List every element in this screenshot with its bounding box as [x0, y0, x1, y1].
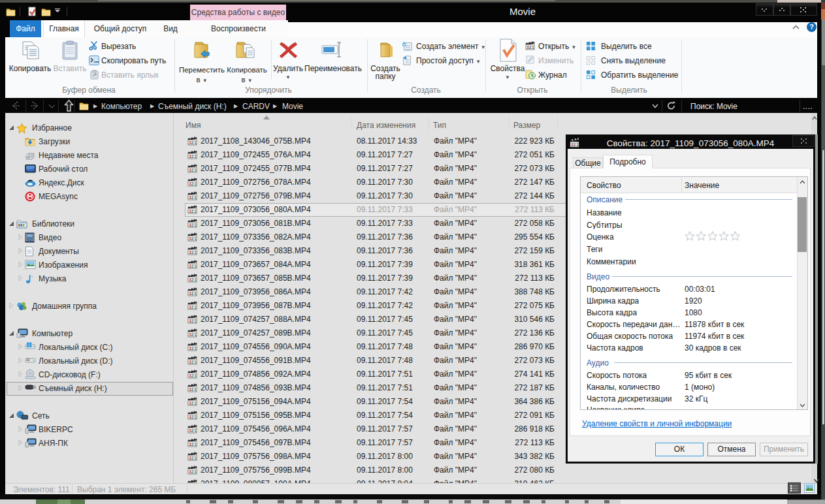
- svg-text:1: 1: [194, 469, 197, 474]
- svg-text:1: 1: [194, 209, 197, 213]
- svg-text:1: 1: [194, 305, 197, 309]
- svg-text:1: 1: [194, 332, 197, 337]
- svg-text:1: 1: [194, 319, 197, 323]
- svg-text:1: 1: [194, 428, 197, 433]
- svg-text:1: 1: [194, 223, 197, 227]
- svg-text:1: 1: [532, 45, 534, 50]
- svg-text:1: 1: [194, 277, 197, 282]
- svg-text:1: 1: [194, 140, 197, 145]
- svg-text:1: 1: [194, 264, 197, 268]
- svg-text:1: 1: [194, 181, 197, 186]
- svg-text:1: 1: [194, 373, 197, 378]
- svg-text:1: 1: [194, 154, 197, 159]
- svg-text:1: 1: [194, 360, 197, 364]
- svg-text:1: 1: [194, 442, 197, 447]
- svg-text:1: 1: [194, 250, 197, 255]
- svg-text:1: 1: [194, 415, 197, 419]
- svg-text:1: 1: [194, 456, 197, 460]
- svg-text:1: 1: [194, 346, 197, 351]
- svg-text:1: 1: [194, 236, 197, 241]
- svg-text:1: 1: [194, 291, 197, 296]
- svg-text:1: 1: [194, 195, 197, 200]
- svg-text:1: 1: [194, 168, 197, 172]
- svg-text:1: 1: [576, 142, 579, 147]
- svg-text:1: 1: [194, 387, 197, 392]
- svg-text:32: 32: [26, 358, 30, 362]
- svg-text:1: 1: [194, 401, 197, 405]
